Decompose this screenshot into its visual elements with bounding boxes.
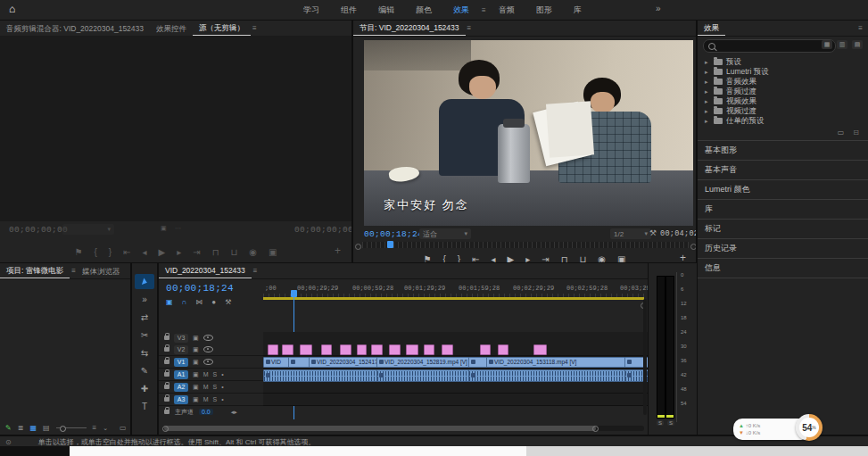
panel-menu-icon[interactable]: ≡: [858, 24, 863, 32]
panel-tab-基本声音[interactable]: 基本声音: [698, 160, 868, 179]
go-to-out-icon[interactable]: ⇥: [541, 254, 549, 263]
razor-tool[interactable]: ✂: [135, 327, 154, 343]
comparison-view-icon[interactable]: ▣: [617, 254, 625, 263]
delete-effect-icon[interactable]: ⊟: [853, 129, 859, 137]
video-clip[interactable]: VID_20220304_153118.mp4 [V]: [486, 357, 625, 368]
sort-icon[interactable]: ≡: [93, 424, 97, 432]
mark-in-icon[interactable]: {: [94, 247, 96, 257]
scrubber-left-handle[interactable]: [355, 244, 361, 250]
media-browser-tab[interactable]: 媒体浏览器: [76, 264, 127, 278]
twirl-icon[interactable]: ▸: [705, 79, 710, 86]
pen-tool[interactable]: ✎: [135, 363, 154, 378]
accelerated-effects-filter-icon[interactable]: ▦: [822, 40, 832, 49]
lift-icon[interactable]: ⊓: [561, 254, 568, 263]
source-panel-tab-0[interactable]: 音频剪辑混合器: VID_20220304_152433: [0, 21, 150, 36]
go-to-out-icon[interactable]: ⇥: [193, 247, 200, 257]
workspace-item-库[interactable]: 库: [565, 4, 591, 16]
source-panel-tab-1[interactable]: 效果控件: [150, 21, 193, 36]
mark-out-icon[interactable]: }: [109, 247, 112, 257]
slip-tool[interactable]: ⇆: [135, 345, 154, 361]
add-marker-icon[interactable]: ⚑: [423, 254, 431, 263]
workspace-item-组件[interactable]: 组件: [332, 4, 366, 16]
play-icon[interactable]: ▶: [508, 254, 515, 263]
extract-icon[interactable]: ⊔: [580, 254, 587, 263]
audio-clip[interactable]: [468, 369, 625, 382]
source-resolution-icon[interactable]: ⋯: [175, 225, 181, 232]
graphics-clip[interactable]: [300, 344, 312, 355]
program-current-timecode[interactable]: 00;00;18;24: [364, 229, 423, 239]
program-button-editor-icon[interactable]: +: [680, 252, 686, 262]
keyframe-nav-icon[interactable]: ◂▸: [231, 409, 237, 416]
audio-clip[interactable]: [376, 369, 469, 382]
twirl-icon[interactable]: ▸: [705, 108, 710, 115]
source-fit-select[interactable]: ▾: [62, 224, 114, 235]
workspace-item-图形[interactable]: 图形: [527, 4, 561, 16]
effects-search-box[interactable]: [703, 39, 836, 53]
workspace-item-颜色[interactable]: 颜色: [407, 4, 441, 16]
track-lane-A2[interactable]: [263, 381, 648, 394]
type-tool[interactable]: T: [135, 399, 154, 414]
selection-tool[interactable]: [135, 274, 154, 289]
step-back-icon[interactable]: ◂: [143, 247, 147, 257]
effects-bin-5[interactable]: ▸视频过渡: [698, 106, 868, 116]
panel-tab-基本图形[interactable]: 基本图形: [698, 140, 868, 160]
workspace-item-效果[interactable]: 效果: [444, 4, 478, 16]
scrubber-right-handle[interactable]: [690, 244, 696, 250]
add-marker-icon[interactable]: ⚑: [74, 247, 82, 257]
twirl-icon[interactable]: ▸: [705, 118, 710, 125]
video-clip[interactable]: VID_20220304_152417: [309, 357, 377, 368]
panel-tab-Lumetri 颜色[interactable]: Lumetri 颜色: [698, 179, 868, 199]
video-clip[interactable]: [288, 357, 310, 368]
effects-bin-0[interactable]: ▸预设: [698, 57, 868, 67]
master-gain-value[interactable]: 0.0: [199, 409, 213, 415]
workspace-overflow-icon[interactable]: »: [656, 4, 661, 13]
scroll-zoom-right-handle[interactable]: [592, 426, 599, 432]
comparison-view-icon[interactable]: ▣: [269, 247, 277, 257]
graphics-clip[interactable]: [480, 344, 491, 355]
export-frame-icon[interactable]: ◉: [598, 254, 606, 263]
timeline-vertical-scrollbar[interactable]: [643, 299, 647, 415]
new-bin-icon[interactable]: ▭: [120, 424, 127, 432]
sort-caret-icon[interactable]: ⌄: [103, 425, 108, 432]
export-frame-icon[interactable]: ◉: [249, 247, 257, 257]
track-lane-V3[interactable]: [263, 332, 648, 344]
ripple-edit-tool[interactable]: ⇄: [135, 310, 154, 325]
graphics-clip[interactable]: [340, 344, 351, 355]
scrollbar-handle[interactable]: [164, 426, 596, 431]
play-icon[interactable]: ▶: [159, 247, 166, 257]
progress-circle-widget[interactable]: 54%: [796, 414, 823, 441]
timeline-horizontal-scrollbar[interactable]: [162, 426, 644, 431]
graphics-clip[interactable]: [282, 344, 293, 355]
solo-right-chip[interactable]: S: [667, 420, 674, 426]
effects-bin-2[interactable]: ▸音频效果: [698, 77, 868, 87]
panel-menu-icon[interactable]: ≡: [252, 24, 257, 32]
lift-icon[interactable]: ⊓: [212, 247, 219, 257]
video-clip[interactable]: VID_20220304_152819.mp4 [V]: [376, 357, 469, 368]
graphics-clip[interactable]: [321, 344, 332, 355]
step-back-icon[interactable]: ◂: [492, 254, 496, 263]
workspace-item-学习[interactable]: 学习: [294, 4, 328, 16]
graphics-clip[interactable]: [424, 344, 434, 355]
graphics-clip[interactable]: [442, 344, 453, 355]
source-panel-tab-2[interactable]: 源（无剪辑）: [193, 21, 251, 36]
workspace-item-编辑[interactable]: 编辑: [369, 4, 403, 16]
effects-bin-6[interactable]: ▸仕单的预设: [698, 116, 868, 126]
step-forward-icon[interactable]: ▸: [525, 254, 530, 263]
effects-bin-1[interactable]: ▸Lumetri 预设: [698, 67, 868, 77]
panel-tab-标记[interactable]: 标记: [698, 219, 868, 238]
panel-tab-库[interactable]: 库: [698, 199, 868, 219]
effects-tab[interactable]: 效果: [698, 21, 725, 36]
twirl-icon[interactable]: ▸: [705, 88, 710, 95]
lock-icon[interactable]: [164, 410, 169, 414]
home-icon[interactable]: ⌂: [9, 3, 15, 15]
icon-view-icon[interactable]: ▦: [29, 424, 37, 432]
panel-menu-icon[interactable]: ≡: [467, 24, 472, 32]
program-scrubber[interactable]: [362, 242, 689, 248]
source-button-editor-icon[interactable]: +: [335, 245, 341, 257]
mark-out-icon[interactable]: }: [458, 254, 460, 263]
scroll-zoom-left-handle[interactable]: [162, 426, 169, 432]
graphics-clip[interactable]: [371, 344, 383, 355]
twirl-icon[interactable]: ▸: [705, 69, 710, 76]
freeform-view-icon[interactable]: ▤: [43, 424, 50, 432]
workspace-menu-icon[interactable]: ≡: [482, 6, 486, 14]
